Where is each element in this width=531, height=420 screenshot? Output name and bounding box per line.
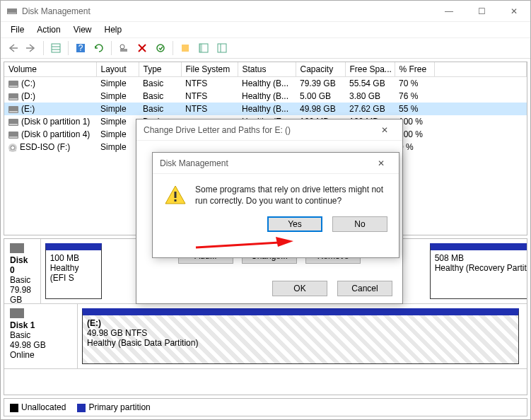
toolbar: ? <box>1 37 530 59</box>
menu-help[interactable]: Help <box>99 23 128 36</box>
svg-text:?: ? <box>78 43 83 53</box>
svg-rect-20 <box>175 199 177 202</box>
dialog-titlebar[interactable]: Change Drive Letter and Paths for E: () … <box>136 119 402 141</box>
menu-view[interactable]: View <box>68 23 98 36</box>
warning-icon <box>164 184 187 206</box>
dialog-title: Disk Management <box>160 158 228 168</box>
svg-point-10 <box>120 45 124 49</box>
partition[interactable]: 508 MBHealthy (Recovery Partition) <box>430 243 527 299</box>
col-status[interactable]: Status <box>238 62 296 77</box>
col-type[interactable]: Type <box>139 62 181 77</box>
svg-point-13 <box>157 45 164 52</box>
col-fs[interactable]: File System <box>181 62 238 77</box>
disk-icon <box>10 308 24 318</box>
confirm-message: Some programs that rely on drive letters… <box>195 184 387 206</box>
refresh-icon[interactable] <box>91 40 107 56</box>
maximize-button[interactable]: ☐ <box>465 1 498 22</box>
table-icon[interactable] <box>48 40 64 56</box>
disk-label: Disk 0Basic79.98 GBOnline <box>4 239 41 303</box>
svg-rect-16 <box>199 44 202 52</box>
col-volume[interactable]: Volume <box>4 62 96 77</box>
legend-primary-swatch <box>77 404 86 412</box>
menu-file[interactable]: File <box>5 23 30 36</box>
col-pctfree[interactable]: % Free <box>395 62 434 77</box>
svg-rect-17 <box>218 44 226 52</box>
menu-action[interactable]: Action <box>31 23 66 36</box>
drive-icon <box>8 144 17 152</box>
confirm-dialog: Disk Management ✕ Some programs that rel… <box>152 152 399 258</box>
no-button[interactable]: No <box>332 216 387 232</box>
legend-unallocated: Unallocated <box>21 402 66 412</box>
window-title: Disk Management <box>22 6 433 16</box>
cancel-button[interactable]: Cancel <box>337 281 392 296</box>
svg-rect-9 <box>120 49 127 52</box>
disk-label: Disk 1Basic49.98 GBOnline <box>4 304 78 368</box>
dialog-title: Change Drive Letter and Paths for E: () <box>144 125 291 135</box>
svg-rect-4 <box>52 44 60 52</box>
column-headers[interactable]: Volume Layout Type File System Status Ca… <box>4 62 527 77</box>
delete-icon[interactable] <box>134 40 150 56</box>
action-icon[interactable] <box>153 40 168 56</box>
new-icon[interactable] <box>177 40 193 56</box>
app-icon <box>6 6 18 17</box>
minimize-button[interactable]: — <box>433 1 465 22</box>
col-capacity[interactable]: Capacity <box>296 62 345 77</box>
dialog-titlebar[interactable]: Disk Management ✕ <box>153 153 399 174</box>
svg-rect-19 <box>175 192 177 198</box>
disk-icon <box>10 243 24 253</box>
legend: Unallocated Primary partition <box>4 398 527 416</box>
drive-icon <box>8 106 18 113</box>
panel-icon[interactable] <box>196 40 211 56</box>
close-icon[interactable]: ✕ <box>370 158 392 168</box>
drive-icon <box>8 132 18 139</box>
volume-row[interactable]: (E:)SimpleBasicNTFSHealthy (B...49.98 GB… <box>4 103 527 115</box>
ok-button[interactable]: OK <box>272 281 327 296</box>
back-icon[interactable] <box>5 40 21 56</box>
drive-icon <box>8 119 18 126</box>
close-icon[interactable]: ✕ <box>374 125 395 135</box>
volume-row[interactable]: (D:)SimpleBasicNTFSHealthy (B...5.00 GB3… <box>4 90 527 103</box>
inspect-icon[interactable] <box>116 40 132 56</box>
legend-unallocated-swatch <box>10 404 18 412</box>
partition[interactable]: (E:)49.98 GB NTFSHealthy (Basic Data Par… <box>82 308 519 364</box>
legend-primary: Primary partition <box>88 402 150 412</box>
disk-row: Disk 1Basic49.98 GBOnline(E:)49.98 GB NT… <box>4 304 527 369</box>
list-icon[interactable] <box>214 40 230 56</box>
drive-icon <box>8 93 18 100</box>
svg-rect-14 <box>182 45 189 52</box>
col-layout[interactable]: Layout <box>96 62 139 77</box>
col-free[interactable]: Free Spa... <box>345 62 395 77</box>
yes-button[interactable]: Yes <box>267 216 322 232</box>
titlebar[interactable]: Disk Management — ☐ ✕ <box>1 1 530 22</box>
help-icon[interactable]: ? <box>73 40 88 56</box>
close-button[interactable]: ✕ <box>498 1 530 22</box>
menubar: File Action View Help <box>1 22 530 37</box>
volume-row[interactable]: (C:)SimpleBasicNTFSHealthy (B...79.39 GB… <box>4 77 527 91</box>
drive-icon <box>8 81 18 88</box>
svg-rect-1 <box>8 13 16 13</box>
partition[interactable]: 100 MBHealthy (EFI S <box>45 243 102 299</box>
forward-icon[interactable] <box>23 40 39 56</box>
